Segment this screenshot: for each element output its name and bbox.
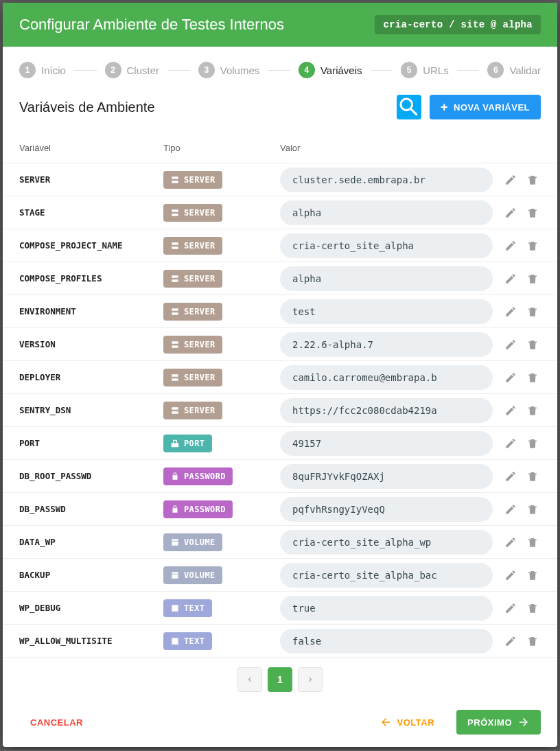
type-chip-text: TEXT [163,632,212,650]
col-header-value: Valor [280,143,493,153]
row-actions [493,501,541,518]
edit-button[interactable] [502,534,519,551]
variables-table: Variável Tipo Valor SERVERSERVERcluster.… [3,133,557,658]
type-chip-server: SERVER [163,303,222,321]
page-1-button[interactable]: 1 [268,667,292,692]
edit-button[interactable] [502,468,519,485]
variable-value: cria-certo_site_alpha_wp [280,530,493,555]
row-actions [493,303,541,320]
table-row: VERSIONSERVER2.22.6-alpha.7 [3,328,557,361]
edit-button[interactable] [502,303,519,320]
type-chip-port: PORT [163,435,212,452]
trash-icon [526,207,539,219]
variable-name: WP_DEBUG [19,603,163,613]
delete-button[interactable] [524,501,541,518]
trash-icon [526,273,539,285]
type-chip-server: SERVER [163,270,222,288]
edit-button[interactable] [502,402,519,419]
edit-button[interactable] [502,567,519,584]
pagination: 1 [3,658,557,697]
pencil-icon [504,207,517,219]
edit-button[interactable] [502,600,519,616]
delete-button[interactable] [524,172,541,188]
page-prev-button[interactable] [237,667,262,692]
variable-name: COMPOSE_PROFILES [19,273,163,284]
type-label: SERVER [184,274,215,284]
variable-name: SENTRY_DSN [19,405,163,415]
step-separator [268,70,290,71]
type-chip-password: PASSWORD [163,500,233,518]
edit-button[interactable] [502,435,519,452]
cancel-button[interactable]: Cancelar [19,710,94,735]
row-actions [493,238,541,254]
step-variáveis[interactable]: 4Variáveis [299,62,362,78]
delete-button[interactable] [524,468,541,485]
edit-button[interactable] [502,336,519,353]
table-row: PORTPORT49157 [3,427,557,460]
step-validar[interactable]: 6Validar [487,62,541,78]
page-next-button[interactable] [298,667,323,692]
row-actions [493,567,541,584]
step-volumes[interactable]: 3Volumes [198,62,260,78]
dialog-header: Configurar Ambiente de Testes Internos c… [3,3,557,47]
row-actions [493,600,541,616]
trash-icon [526,404,539,417]
edit-button[interactable] [502,270,519,287]
row-actions [493,336,541,353]
stepper: 1Início2Cluster3Volumes4Variáveis5URLs6V… [3,47,557,91]
variable-name: DATA_WP [19,537,163,547]
pencil-icon [504,404,517,417]
new-variable-button[interactable]: + Nova Variável [430,95,541,119]
variable-value: 49157 [280,431,493,456]
type-chip-volume: VOLUME [163,566,222,584]
delete-button[interactable] [524,238,541,254]
step-index: 5 [401,62,417,78]
variable-value: test [280,299,493,324]
next-button[interactable]: Próximo [456,710,541,735]
trash-icon [526,174,539,186]
variable-name: ENVIRONMENT [19,306,163,316]
step-label: Volumes [220,65,260,76]
new-variable-label: Nova Variável [454,102,530,113]
pencil-icon [504,635,517,647]
plus-icon: + [441,101,448,113]
step-urls[interactable]: 5URLs [401,62,449,78]
delete-button[interactable] [524,402,541,419]
back-button[interactable]: Voltar [369,710,446,735]
type-chip-text: TEXT [163,599,212,617]
delete-button[interactable] [524,205,541,221]
search-button[interactable] [397,95,421,119]
edit-button[interactable] [502,633,519,649]
step-início[interactable]: 1Início [19,62,66,78]
pencil-icon [504,470,517,483]
delete-button[interactable] [524,600,541,616]
trash-icon [526,470,539,483]
cancel-label: Cancelar [30,717,83,728]
step-label: Validar [509,65,541,76]
edit-button[interactable] [502,205,519,221]
trash-icon [526,536,539,548]
step-cluster[interactable]: 2Cluster [105,62,160,78]
type-label: PASSWORD [184,505,226,514]
edit-button[interactable] [502,172,519,188]
edit-button[interactable] [502,238,519,254]
delete-button[interactable] [524,633,541,649]
edit-button[interactable] [502,501,519,518]
row-actions [493,205,541,221]
edit-button[interactable] [502,369,519,386]
type-chip-server: SERVER [163,336,222,354]
col-header-variable: Variável [19,143,163,153]
delete-button[interactable] [524,435,541,452]
variable-value: cria-certo_site_alpha [280,233,493,258]
table-row: COMPOSE_PROJECT_NAMESERVERcria-certo_sit… [3,229,557,262]
delete-button[interactable] [524,336,541,353]
delete-button[interactable] [524,270,541,287]
type-label: SERVER [184,241,215,251]
row-actions [493,468,541,485]
delete-button[interactable] [524,534,541,551]
delete-button[interactable] [524,303,541,320]
delete-button[interactable] [524,369,541,386]
step-label: Início [41,65,66,76]
delete-button[interactable] [524,567,541,584]
variable-name: DEPLOYER [19,372,163,382]
